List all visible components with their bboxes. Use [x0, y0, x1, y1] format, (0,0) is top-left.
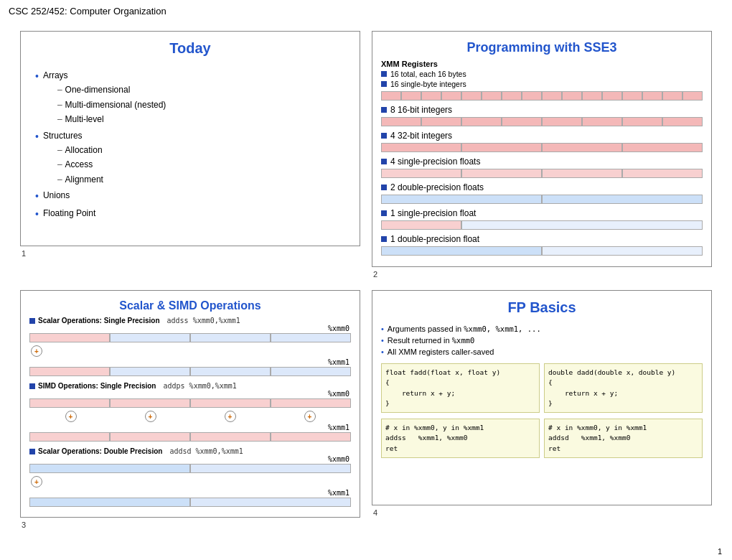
plus-circle-simd-4: + — [304, 411, 316, 422]
oc — [29, 333, 110, 342]
scalar-double-label-text: Scalar Operations: Double Precision — [38, 447, 162, 455]
oc — [29, 367, 110, 376]
reg-row-1d — [381, 246, 703, 256]
rc — [662, 117, 703, 126]
oc — [110, 432, 190, 442]
dbl-xmm0-cells — [29, 464, 351, 473]
oc — [271, 367, 351, 376]
rc — [622, 169, 703, 178]
rc — [622, 117, 662, 126]
oc — [110, 333, 190, 342]
xmm-section: XMM Registers 16 total, each 16 bytes 16… — [381, 60, 703, 256]
bullet-dot-unions: • — [35, 188, 39, 204]
rc — [421, 91, 441, 101]
slide-box-4: FP Basics • Arguments passed in %xmm0, %… — [372, 290, 712, 505]
scalar-xmm0-label: %xmm0 — [29, 325, 351, 332]
dbl-xmm1-cells — [29, 498, 351, 507]
reg-row-8 — [381, 117, 703, 126]
simd-xmm0-wrap: %xmm0 — [29, 390, 351, 408]
scalar-single-label: Scalar Operations: Single Precision — [29, 317, 160, 325]
sq-simd-single — [29, 383, 35, 389]
scalar-xmm1-cells — [29, 367, 351, 376]
sq-scalar-double — [29, 449, 35, 454]
fp-code-c-float: float fadd(float x, float y) { return x … — [381, 363, 540, 413]
simd-xmm1-label: %xmm1 — [29, 424, 351, 431]
rc — [662, 91, 682, 101]
rc — [542, 195, 703, 204]
sub-arrays: –One-dimensional –Multi-dimensional (nes… — [43, 83, 166, 126]
rc — [461, 91, 482, 101]
reg-cells-16 — [381, 91, 703, 101]
sub-1d: –One-dimensional — [57, 83, 166, 97]
oc — [29, 432, 110, 442]
bullet-structures-label: Structures — [43, 131, 83, 141]
oc — [190, 398, 271, 408]
reg-row-16 — [381, 91, 703, 101]
xmm-bullet-1-text: 16 total, each 16 bytes — [390, 70, 466, 78]
oc — [190, 498, 351, 507]
reg-label-1f: 1 single-precision float — [381, 208, 703, 218]
rc — [381, 91, 401, 101]
sub-allocation: –Allocation — [57, 143, 103, 157]
slide-box-1: Today • Arrays –One-dimensional –Multi-d… — [20, 31, 360, 246]
oc — [271, 398, 351, 408]
sub-multi-text: Multi-dimensional (nested) — [65, 98, 166, 112]
reg-row-4f — [381, 169, 703, 178]
scalar-single-header: Scalar Operations: Single Precision adds… — [29, 317, 351, 325]
slides-grid: Today • Arrays –One-dimensional –Multi-d… — [0, 22, 732, 549]
bullet-arrays-label: Arrays — [43, 70, 68, 80]
fp-code-asm-float: # x in %xmm0, y in %xmm1 addss %xmm1, %x… — [381, 419, 540, 458]
scalar-double-label: Scalar Operations: Double Precision — [29, 447, 162, 455]
fp-dot-1: • — [381, 325, 384, 333]
simd-xmm1-wrap: %xmm1 — [29, 424, 351, 442]
fp-dot-2: • — [381, 336, 384, 345]
rc — [502, 91, 522, 101]
bullet-fp-label: Floating Point — [43, 206, 95, 220]
rc — [381, 169, 461, 178]
reg-cells-2d — [381, 195, 703, 204]
page-header: CSC 252/452: Computer Organization — [0, 0, 732, 22]
page-corner-number: 1 — [718, 547, 722, 556]
bullet-dot-structures: • — [35, 129, 39, 144]
xmm-bullet-1: 16 total, each 16 bytes — [381, 70, 703, 78]
xmm-bullet-2-text: 16 single-byte integers — [390, 80, 466, 88]
rc — [381, 195, 542, 204]
plus-circle-simd-3: + — [225, 411, 236, 422]
reg-cells-8 — [381, 117, 703, 126]
sub-structures: –Allocation –Access –Alignment — [43, 143, 103, 187]
simd-xmm1-cells — [29, 432, 351, 442]
rc — [522, 91, 542, 101]
sub-multilevel-text: Multi-level — [65, 112, 104, 126]
scalar-xmm0-cells — [29, 333, 351, 342]
oc — [190, 367, 271, 376]
plus-circle-double: + — [31, 476, 42, 487]
simd-single-header: SIMD Operations: Single Precision addps … — [29, 382, 351, 390]
oc — [29, 498, 190, 507]
simd-circles-row: + + + + — [29, 409, 351, 424]
sub-multilevel: –Multi-level — [57, 112, 166, 126]
rc — [461, 169, 542, 178]
rc — [582, 91, 602, 101]
reg-label-2d: 2 double-precision floats — [381, 182, 703, 192]
rc — [381, 220, 461, 230]
reg-cells-1f — [381, 220, 703, 230]
rc — [642, 91, 662, 101]
fp-bullet-1-text: Arguments passed in %xmm0, %xmm1, ... — [388, 325, 541, 333]
dbl-xmm0-label: %xmm0 — [29, 455, 351, 463]
reg-label-8-text: 8 16-bit integers — [390, 105, 452, 115]
reg-row-4i — [381, 143, 703, 152]
slide-box-3: Scalar & SIMD Operations Scalar Operatio… — [20, 290, 360, 518]
scalar-double-instr: addsd %xmm0,%xmm1 — [169, 447, 245, 455]
slide4-number: 4 — [372, 508, 712, 517]
fp-code-grid-1: float fadd(float x, float y) { return x … — [381, 363, 703, 413]
slide-cell-4: FP Basics • Arguments passed in %xmm0, %… — [366, 284, 718, 535]
reg-label-4f-text: 4 single-precision floats — [390, 157, 480, 167]
rc — [622, 91, 642, 101]
fp-bullet-1: • Arguments passed in %xmm0, %xmm1, ... — [381, 325, 703, 333]
fp-code-grid-2: # x in %xmm0, y in %xmm1 addss %xmm1, %x… — [381, 419, 703, 458]
xmm-sq-1 — [381, 71, 387, 77]
rc — [542, 143, 622, 152]
rc — [421, 117, 461, 126]
simd-single-section: SIMD Operations: Single Precision addps … — [29, 382, 351, 442]
reg-label-4f: 4 single-precision floats — [381, 157, 703, 167]
